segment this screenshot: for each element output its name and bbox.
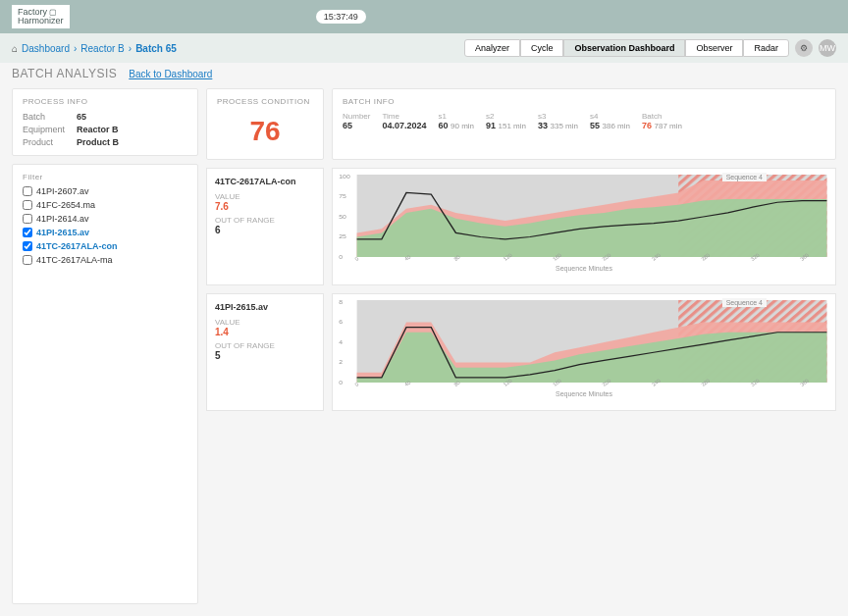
- breadcrumb-link[interactable]: Reactor B: [80, 43, 124, 54]
- filter-label: 41TC-2617ALA-ma: [36, 255, 113, 265]
- info-key: Batch: [23, 112, 65, 122]
- batch-info-col: Batch76 787 min: [642, 112, 682, 130]
- chart-oor-label: OUT OF RANGE: [215, 341, 315, 350]
- batch-info-col: s160 90 min: [439, 112, 475, 130]
- chart-xlabel: Sequence Minutes: [337, 265, 831, 272]
- filter-item[interactable]: 41PI-2615.av: [23, 227, 187, 238]
- batch-info-col: Time04.07.2024: [382, 112, 426, 130]
- page-title: BATCH ANALYSIS: [12, 67, 117, 80]
- svg-text:100: 100: [339, 173, 350, 180]
- info-key: Equipment: [23, 125, 65, 134]
- info-value: Product B: [77, 137, 187, 147]
- chart-value-label: VALUE: [215, 192, 315, 201]
- chart-xlabel: Sequence Minutes: [337, 390, 831, 397]
- filter-checkbox[interactable]: [23, 200, 32, 210]
- chart-name: 41TC-2617ALA-con: [215, 177, 315, 186]
- sequence-label: Sequence 4: [722, 173, 767, 181]
- svg-text:0: 0: [339, 253, 343, 260]
- chart-meta: 41PI-2615.avVALUE1.4OUT OF RANGE5: [206, 293, 324, 411]
- filter-item[interactable]: 41PI-2614.av: [23, 213, 187, 225]
- process-info-panel: PROCESS INFO Batch65EquipmentReactor BPr…: [12, 88, 198, 156]
- page-subheader: BATCH ANALYSIS Back to Dashboard: [0, 63, 848, 88]
- tab-observation-dashboard[interactable]: Observation Dashboard: [563, 39, 685, 57]
- condition-value: 76: [217, 112, 313, 151]
- info-value: 65: [77, 112, 187, 122]
- topbar: ⌂ Dashboard › Reactor B › Batch 65 Analy…: [0, 33, 848, 63]
- svg-text:6: 6: [339, 319, 343, 326]
- svg-text:8: 8: [339, 298, 343, 305]
- breadcrumb: ⌂ Dashboard › Reactor B › Batch 65: [12, 43, 177, 54]
- chart-oor: 6: [215, 225, 315, 235]
- back-link[interactable]: Back to Dashboard: [129, 69, 212, 79]
- filter-checkbox[interactable]: [23, 214, 32, 224]
- batch-info-col: s333 335 min: [538, 112, 578, 130]
- home-icon: ⌂: [12, 43, 18, 54]
- chart-plot: Sequence 4024680408012016020024028032036…: [332, 293, 836, 411]
- info-key: Product: [23, 137, 65, 147]
- batch-info-col: s291 151 min: [486, 112, 526, 130]
- chart-row: 41PI-2615.avVALUE1.4OUT OF RANGE5Sequenc…: [206, 293, 836, 411]
- app-logo: Factory Harmonizer: [12, 5, 70, 28]
- filter-panel: Filter 41PI-2607.av41FC-2654.ma41PI-2614…: [12, 164, 198, 604]
- chart-value-label: VALUE: [215, 318, 315, 327]
- chart-row: 41TC-2617ALA-conVALUE7.6OUT OF RANGE6Seq…: [206, 168, 836, 285]
- svg-text:75: 75: [339, 193, 346, 200]
- filter-item[interactable]: 41PI-2607.av: [23, 185, 187, 197]
- gear-icon[interactable]: ⚙: [795, 39, 813, 57]
- filter-label: 41PI-2607.av: [36, 186, 89, 196]
- breadcrumb-link[interactable]: Dashboard: [22, 43, 70, 54]
- tab-analyzer[interactable]: Analyzer: [464, 39, 520, 57]
- info-value: Reactor B: [77, 125, 187, 134]
- svg-text:0: 0: [339, 379, 343, 385]
- svg-text:25: 25: [339, 233, 346, 240]
- chart-value: 7.6: [215, 201, 315, 212]
- tab-cycle[interactable]: Cycle: [520, 39, 564, 57]
- app-header: Factory Harmonizer 15:37:49: [0, 0, 848, 33]
- chevron-right-icon: ›: [129, 43, 132, 54]
- panel-title: PROCESS INFO: [23, 97, 187, 106]
- batch-info-col: s455 386 min: [590, 112, 630, 130]
- panel-title: PROCESS CONDITION: [217, 97, 313, 106]
- batch-info-col: Number65: [343, 112, 370, 130]
- filter-checkbox[interactable]: [23, 228, 32, 237]
- breadcrumb-current: Batch 65: [135, 43, 177, 54]
- tab-observer[interactable]: Observer: [685, 39, 743, 57]
- chart-name: 41PI-2615.av: [215, 302, 315, 312]
- panel-title: BATCH INFO: [343, 97, 825, 106]
- filter-item[interactable]: 41TC-2617ALA-con: [23, 240, 187, 252]
- svg-text:50: 50: [339, 213, 346, 220]
- filter-checkbox[interactable]: [23, 186, 32, 196]
- svg-text:4: 4: [339, 338, 343, 345]
- chart-value: 1.4: [215, 327, 315, 337]
- filter-label: 41PI-2615.av: [36, 228, 89, 237]
- filter-label: 41PI-2614.av: [36, 214, 89, 224]
- view-tabs: AnalyzerCycleObservation DashboardObserv…: [464, 39, 789, 57]
- avatar[interactable]: MW: [819, 39, 836, 57]
- svg-text:2: 2: [339, 359, 343, 366]
- filter-item[interactable]: 41TC-2617ALA-ma: [23, 254, 187, 266]
- panel-title: Filter: [23, 173, 187, 181]
- process-condition-panel: PROCESS CONDITION 76: [206, 88, 324, 160]
- chevron-right-icon: ›: [74, 43, 77, 54]
- chart-oor-label: OUT OF RANGE: [215, 216, 315, 225]
- batch-info-panel: BATCH INFO Number65Time04.07.2024s160 90…: [332, 88, 836, 160]
- sequence-label: Sequence 4: [722, 298, 767, 307]
- chart-oor: 5: [215, 350, 315, 361]
- filter-checkbox[interactable]: [23, 241, 32, 251]
- tab-radar[interactable]: Radar: [743, 39, 789, 57]
- filter-label: 41TC-2617ALA-con: [36, 241, 118, 251]
- chart-meta: 41TC-2617ALA-conVALUE7.6OUT OF RANGE6: [206, 168, 324, 285]
- filter-label: 41FC-2654.ma: [36, 200, 95, 210]
- clock-badge: 15:37:49: [316, 10, 366, 24]
- filter-item[interactable]: 41FC-2654.ma: [23, 199, 187, 211]
- filter-checkbox[interactable]: [23, 255, 32, 265]
- chart-plot: Sequence 4025507510004080120160200240280…: [332, 168, 836, 285]
